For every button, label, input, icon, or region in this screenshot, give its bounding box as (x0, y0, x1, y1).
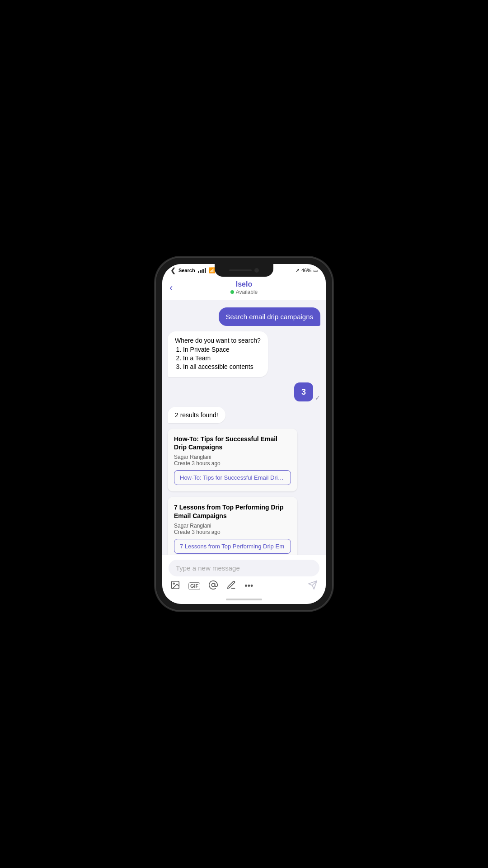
battery-icon: ▭ (313, 268, 318, 274)
options-list: In Private Space In a Team In all access… (175, 346, 261, 370)
camera-notch (215, 264, 273, 277)
result-1-time: Create 3 hours ago (174, 460, 291, 467)
bubble-number: 3 (294, 382, 313, 401)
online-status-dot (230, 290, 234, 294)
home-indicator (162, 595, 326, 604)
gif-button[interactable]: GIF (188, 582, 200, 590)
option-1[interactable]: In Private Space (183, 346, 261, 353)
location-icon: ↗ (296, 268, 300, 274)
more-button[interactable]: ••• (244, 581, 253, 591)
result-2-link[interactable]: 7 Lessons from Top Performing Drip Em (174, 539, 291, 554)
signal-bars (198, 268, 206, 273)
battery-percent: 46% (301, 268, 311, 273)
speaker-bar (229, 269, 252, 271)
msg-outgoing-search: Search email drip campaigns (168, 307, 320, 326)
phone-screen: ❮ Search 📶 8:37 PM ↗ 46% ▭ ‹ Isel (162, 264, 326, 604)
result-1-author: Sagar Ranglani (174, 454, 291, 460)
chat-title: Iselo (230, 280, 258, 288)
result-1-title: How-To: Tips for Successful Email Drip C… (174, 435, 291, 451)
results-count-bubble: 2 results found! (168, 407, 225, 423)
nav-title-wrap: Iselo Available (230, 280, 258, 295)
result-2-title: 7 Lessons from Top Performing Drip Email… (174, 503, 291, 519)
result-1-link[interactable]: How-To: Tips for Successful Email Drip C (174, 470, 291, 485)
image-button[interactable] (170, 580, 180, 592)
option-2[interactable]: In a Team (183, 354, 261, 362)
toolbar-icons: GIF ••• (170, 580, 253, 592)
status-left: ❮ Search 📶 (170, 267, 216, 274)
status-back-label: Search (178, 268, 195, 273)
check-icon: ✓ (315, 394, 320, 401)
input-area: Type a new message GIF (162, 555, 326, 595)
status-right: ↗ 46% ▭ (296, 268, 318, 274)
message-input[interactable]: Type a new message (176, 564, 312, 572)
msg-result-card-2: 7 Lessons from Top Performing Drip Email… (168, 497, 320, 555)
home-bar (226, 599, 262, 600)
camera-dot (254, 268, 259, 273)
nav-bar: ‹ Iselo Available (162, 277, 326, 300)
send-button[interactable] (308, 580, 318, 592)
msg-user-number: 3 ✓ (168, 382, 320, 401)
msg-incoming-question: Where do you want to search? In Private … (168, 331, 320, 377)
bubble-search: Search email drip campaigns (219, 307, 320, 326)
result-card-1: How-To: Tips for Successful Email Drip C… (168, 429, 297, 491)
svg-point-1 (173, 583, 174, 584)
result-2-author: Sagar Ranglani (174, 523, 291, 529)
toolbar-row: GIF ••• (169, 580, 319, 592)
availability-label: Available (236, 289, 258, 295)
svg-point-2 (212, 583, 215, 586)
chat-status: Available (230, 289, 258, 295)
back-button[interactable]: ‹ (169, 282, 173, 294)
result-2-time: Create 3 hours ago (174, 529, 291, 535)
msg-result-card-1: How-To: Tips for Successful Email Drip C… (168, 429, 320, 491)
phone-frame: ❮ Search 📶 8:37 PM ↗ 46% ▭ ‹ Isel (156, 258, 332, 610)
option-3[interactable]: In all accessible contents (183, 363, 261, 370)
pen-button[interactable] (226, 580, 236, 592)
input-bar: Type a new message (169, 560, 319, 576)
chat-area: Search email drip campaigns Where do you… (162, 300, 326, 555)
msg-results-count: 2 results found! (168, 407, 320, 423)
result-card-2: 7 Lessons from Top Performing Drip Email… (168, 497, 297, 555)
question-text: Where do you want to search? (175, 337, 261, 344)
chevron-back-icon: ❮ (170, 267, 176, 274)
bubble-question: Where do you want to search? In Private … (168, 331, 268, 377)
mention-button[interactable] (208, 580, 218, 592)
